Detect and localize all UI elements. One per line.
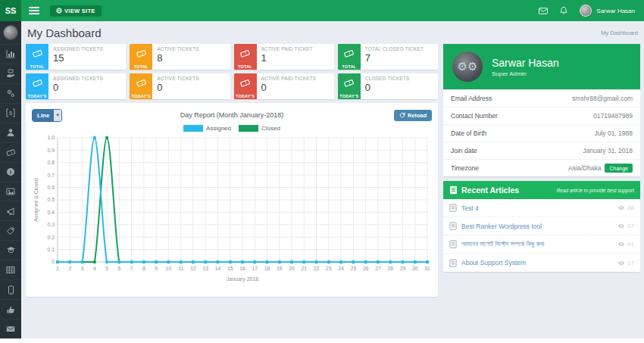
stat-scope: TODAY'S [338,94,361,98]
sidebar-item-users[interactable] [0,123,21,142]
stat-value: 0 [365,82,410,93]
svg-text:21: 21 [302,266,308,271]
document-icon [449,186,458,195]
article-views: 41 [617,241,634,248]
svg-text:10: 10 [166,266,172,271]
legend-item-closed[interactable]: Closed [239,125,280,132]
sidebar-item-mobile[interactable] [0,279,21,299]
document-icon [449,240,457,248]
stat-card-total-active[interactable]: TOTAL ACTIVE TICKETS8 [130,44,230,70]
svg-text:5: 5 [105,266,108,271]
recent-articles-card: Recent Articles Read article to provide … [443,181,640,272]
stat-card-total-assigned[interactable]: TOTAL ASSIGNED TICKETS15 [26,44,126,70]
sidebar-profile-avatar[interactable] [3,25,18,40]
article-item[interactable]: আমাদের সাপোর্ট সিস্টেম সম্পর্কে কিছু কথা… [443,235,640,254]
envelope-icon [6,326,15,332]
sidebar-item-media[interactable] [0,182,21,201]
svg-text:12: 12 [190,266,196,271]
stat-card-today-active-paid[interactable]: TODAY'S ACTIVE PAID TICKETS0 [234,73,334,99]
sidebar-item-tickets[interactable] [0,142,21,162]
tag-icon [6,226,15,235]
svg-text:14: 14 [215,266,221,271]
svg-text:4: 4 [93,266,96,271]
svg-text:0.9: 0.9 [48,148,55,153]
stat-value: 8 [157,52,199,64]
svg-text:January 2018: January 2018 [227,276,259,282]
sidebar-item-tags[interactable] [0,220,21,240]
image-icon [6,187,15,196]
line-chart[interactable]: 00.10.20.30.40.50.60.70.80.91.0123456789… [32,133,432,295]
svg-text:25: 25 [351,266,357,271]
change-timezone-button[interactable]: Change [605,164,633,173]
stat-label: ACTIVE PAID TICKETS [261,76,317,81]
svg-text:24: 24 [338,266,344,271]
field-value: January 31, 2018 [583,147,633,154]
article-item[interactable]: About Support System 17 [443,254,640,272]
stat-card-total-closed[interactable]: TOTAL TOTAL CLOSED TICKET7 [338,44,438,70]
sidebar-item-feedback[interactable] [0,299,21,319]
article-title: Best Ranker Wordpress tool [461,223,542,230]
svg-text:28: 28 [387,266,393,271]
sidebar-item-info[interactable]: i [0,162,21,182]
field-label: Email Address [451,95,492,102]
svg-text:0.7: 0.7 [48,173,55,178]
field-label: Join date [451,147,477,154]
stat-scope: TOTAL [26,64,48,69]
svg-text:8: 8 [142,266,145,271]
stat-card-today-closed[interactable]: TODAY'S CLOSED TICKETS0 [338,73,438,99]
stat-icon-box: TOTAL [338,44,361,70]
graduation-cap-icon [6,246,16,254]
sidebar-item-reports[interactable] [0,260,21,279]
ticket-icon [239,79,251,88]
legend-item-assigned[interactable]: Assigned [183,125,231,132]
stats-grid: TOTAL ASSIGNED TICKETS15 TOTAL ACTIVE TI… [26,44,438,99]
svg-text:31: 31 [424,266,430,271]
legend-swatch-closed [239,125,258,132]
sidebar-item-mail[interactable] [0,319,21,338]
app-logo[interactable]: SS [0,0,21,21]
user-menu[interactable]: Sarwar Hasan [580,5,635,17]
stat-value: 1 [261,52,313,64]
hamburger-menu-icon[interactable] [29,7,39,14]
stat-label: ACTIVE TICKETS [157,76,199,81]
svg-text:0.2: 0.2 [48,235,55,240]
view-site-button[interactable]: VIEW SITE [50,5,102,17]
sidebar-item-support[interactable] [0,64,21,83]
field-value: 01719487989 [593,112,633,120]
payment-icon: $ [6,108,15,117]
stat-card-total-active-paid[interactable]: TOTAL ACTIVE PAID TICKET1 [234,44,334,70]
sidebar-item-settings[interactable] [0,83,21,103]
sidebar-item-training[interactable] [0,240,21,260]
article-item[interactable]: Test 4 08 [443,199,640,217]
messages-icon[interactable] [539,8,548,14]
svg-text:0.8: 0.8 [48,160,55,165]
legend-label-assigned: Assigned [206,125,231,132]
stat-value: 0 [261,82,317,93]
stat-icon-box: TODAY'S [234,73,257,99]
stat-value: 15 [53,52,103,64]
ticket-icon [136,79,147,88]
sidebar-item-payments[interactable]: $ [0,103,21,123]
sidebar-item-announcements[interactable] [0,201,21,220]
profile-row-timezone: Timezone Asia/Dhaka Change [443,159,640,176]
thumb-up-icon [6,305,15,314]
announcement-icon [6,207,15,216]
notifications-bell-icon[interactable] [560,6,567,15]
svg-text:16: 16 [239,266,245,271]
stat-icon-box: TOTAL [234,44,257,70]
stat-value: 0 [157,82,199,93]
svg-text:2: 2 [68,266,71,271]
eye-icon [617,242,625,247]
article-title: Test 4 [461,204,479,212]
eye-icon [617,260,625,266]
stat-card-today-assigned[interactable]: TODAY'S ASSIGNED TICKETS0 [26,73,126,99]
sidebar-item-dashboard[interactable] [0,44,21,64]
svg-text:3: 3 [81,266,84,271]
svg-text:$: $ [9,111,12,116]
stat-card-today-active[interactable]: TODAY'S ACTIVE TICKETS0 [130,73,230,99]
article-views: 17 [617,260,634,267]
field-value: July 01, 1988 [594,129,633,137]
article-item[interactable]: Best Ranker Wordpress tool 07 [443,217,640,235]
view-site-label: VIEW SITE [64,8,95,14]
gears-icon [6,89,15,98]
